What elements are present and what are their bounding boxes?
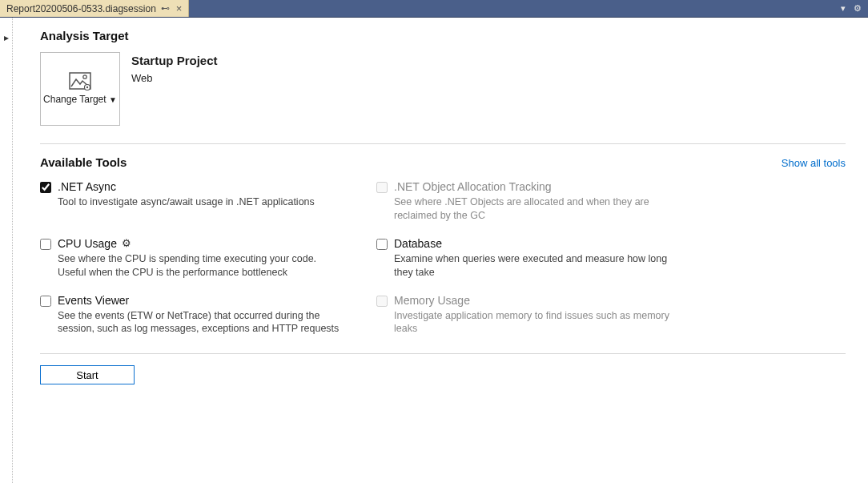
analysis-target-row: Change Target ▼ Startup Project Web (40, 52, 846, 126)
tool-checkbox-net-alloc (376, 182, 388, 193)
tool-description: Examine when queries were executed and m… (394, 252, 682, 280)
tool-checkbox-events-viewer[interactable] (40, 296, 51, 307)
expand-icon[interactable]: ▸ (4, 32, 9, 43)
dropdown-icon[interactable]: ▾ (841, 3, 846, 14)
project-title: Startup Project (131, 54, 218, 67)
tool-name: Database (394, 237, 442, 250)
tab-title: Report20200506-0533.diagsession (6, 3, 156, 14)
tool-checkbox-net-async[interactable] (40, 182, 51, 193)
tools-grid: .NET AsyncTool to investigate async/awai… (40, 180, 697, 336)
pin-icon[interactable]: ⊷ (161, 3, 170, 14)
title-spacer (189, 0, 841, 17)
tool-net-alloc: .NET Object Allocation TrackingSee where… (376, 180, 697, 223)
title-actions: ▾ ⚙ (841, 0, 868, 17)
title-bar: Report20200506-0533.diagsession ⊷ × ▾ ⚙ (0, 0, 868, 18)
tool-description: See the events (ETW or NetTrace) that oc… (58, 309, 346, 336)
tool-description: See where the CPU is spending time execu… (58, 252, 346, 280)
gear-icon[interactable]: ⚙ (854, 3, 862, 14)
tool-name: Memory Usage (394, 294, 470, 307)
tool-memory-usage: Memory UsageInvestigate application memo… (376, 294, 697, 336)
divider (40, 353, 846, 354)
svg-point-3 (86, 87, 88, 88)
tool-name: CPU Usage (58, 237, 117, 250)
available-tools-heading: Available Tools (40, 155, 127, 169)
change-target-button[interactable]: Change Target ▼ (40, 52, 120, 126)
change-target-label: Change Target ▼ (43, 95, 117, 106)
tool-name: .NET Object Allocation Tracking (394, 180, 552, 193)
tool-description: Tool to investigate async/await usage in… (58, 195, 346, 209)
document-tab[interactable]: Report20200506-0533.diagsession ⊷ × (0, 0, 189, 17)
tool-description: See where .NET Objects are allocated and… (394, 195, 682, 223)
start-button[interactable]: Start (40, 365, 135, 384)
close-icon[interactable]: × (175, 2, 184, 14)
chevron-down-icon: ▼ (109, 95, 117, 104)
divider (40, 143, 846, 144)
tool-name: Events Viewer (58, 294, 129, 307)
content-area: Analysis Target Change Target ▼ Startup … (13, 18, 868, 483)
tool-events-viewer: Events ViewerSee the events (ETW or NetT… (40, 294, 360, 336)
tool-checkbox-memory-usage (376, 296, 388, 307)
tool-description: Investigate application memory to find i… (394, 309, 682, 336)
tool-database: DatabaseExamine when queries were execut… (376, 237, 697, 280)
gear-icon[interactable]: ⚙ (122, 237, 131, 249)
tool-name: .NET Async (58, 180, 116, 193)
tool-checkbox-database[interactable] (376, 239, 388, 250)
collapse-rail: ▸ (0, 18, 13, 483)
show-all-tools-link[interactable]: Show all tools (782, 157, 846, 169)
analysis-target-heading: Analysis Target (40, 29, 846, 42)
picture-gear-icon (69, 72, 91, 91)
project-subtitle: Web (131, 72, 218, 84)
svg-point-1 (83, 75, 86, 78)
tool-net-async: .NET AsyncTool to investigate async/awai… (40, 180, 360, 223)
tool-checkbox-cpu-usage[interactable] (40, 239, 51, 250)
tool-cpu-usage: CPU Usage⚙See where the CPU is spending … (40, 237, 360, 280)
